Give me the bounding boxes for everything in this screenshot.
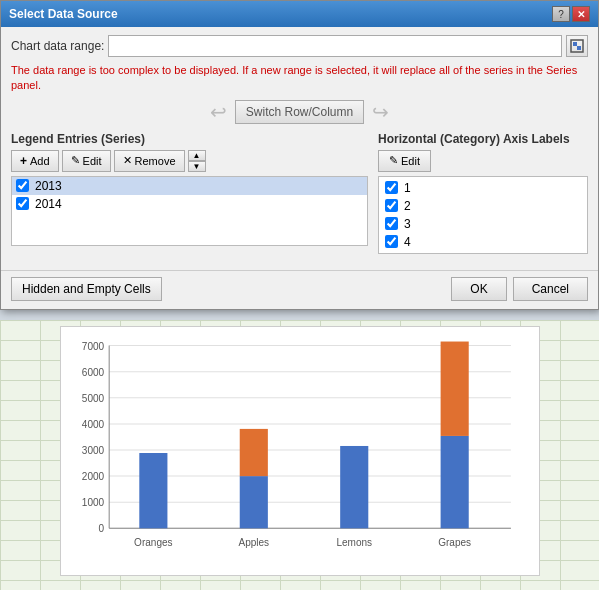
legend-entries-header: Legend Entries (Series) xyxy=(11,132,368,146)
axis-entry-1-checkbox[interactable] xyxy=(385,181,398,194)
legend-entries-list: 2013 2014 xyxy=(11,176,368,246)
axis-entry-3-label: 3 xyxy=(404,217,411,231)
legend-entry-2013-checkbox[interactable] xyxy=(16,179,29,192)
add-series-button[interactable]: + Add xyxy=(11,150,59,172)
axis-entry-3-checkbox[interactable] xyxy=(385,217,398,230)
series-reorder-buttons: ▲ ▼ xyxy=(188,150,206,172)
svg-text:Oranges: Oranges xyxy=(134,537,172,548)
edit-series-button[interactable]: ✎ Edit xyxy=(62,150,111,172)
chart-range-row: Chart data range: xyxy=(11,35,588,57)
help-button[interactable]: ? xyxy=(552,6,570,22)
svg-rect-18 xyxy=(139,453,167,528)
axis-edit-row: ✎ Edit xyxy=(378,150,588,172)
axis-labels-panel: Horizontal (Category) Axis Labels ✎ Edit… xyxy=(378,132,588,254)
bar-chart: 0 1000 2000 3000 4000 5000 6000 7000 Ora… xyxy=(69,335,531,567)
series-up-button[interactable]: ▲ xyxy=(188,150,206,161)
error-message: The data range is too complex to be disp… xyxy=(11,63,588,94)
svg-text:3000: 3000 xyxy=(82,445,105,456)
switch-row-column-button[interactable]: Switch Row/Column xyxy=(235,100,364,124)
dialog-content: Chart data range: The data range is too … xyxy=(1,27,598,266)
svg-text:5000: 5000 xyxy=(82,393,105,404)
svg-rect-23 xyxy=(441,342,469,436)
axis-entry-2[interactable]: 2 xyxy=(381,197,585,215)
axis-edit-label: Edit xyxy=(401,155,420,167)
footer-left: Hidden and Empty Cells xyxy=(11,277,162,301)
range-picker-icon xyxy=(570,39,584,53)
cancel-button[interactable]: Cancel xyxy=(513,277,588,301)
axis-pencil-icon: ✎ xyxy=(389,154,398,167)
titlebar-controls: ? ✕ xyxy=(552,6,590,22)
svg-text:0: 0 xyxy=(99,523,105,534)
svg-text:6000: 6000 xyxy=(82,367,105,378)
axis-entry-4-label: 4 xyxy=(404,235,411,249)
axis-entry-2-checkbox[interactable] xyxy=(385,199,398,212)
axis-entry-4[interactable]: 4 xyxy=(381,233,585,251)
svg-text:Lemons: Lemons xyxy=(336,537,372,548)
axis-entry-1-label: 1 xyxy=(404,181,411,195)
panels-wrapper: Legend Entries (Series) + Add ✎ Edit ✕ R… xyxy=(11,132,588,258)
svg-rect-30 xyxy=(577,46,581,50)
legend-buttons-row: + Add ✎ Edit ✕ Remove ▲ ▼ xyxy=(11,150,368,172)
series-down-button[interactable]: ▼ xyxy=(188,161,206,172)
legend-entry-2014-checkbox[interactable] xyxy=(16,197,29,210)
svg-text:7000: 7000 xyxy=(82,341,105,352)
pencil-icon: ✎ xyxy=(71,154,80,167)
svg-text:Apples: Apples xyxy=(238,537,269,548)
axis-entry-1[interactable]: 1 xyxy=(381,179,585,197)
remove-label: Remove xyxy=(135,155,176,167)
edit-label: Edit xyxy=(83,155,102,167)
svg-rect-20 xyxy=(240,429,268,476)
legend-entries-panel: Legend Entries (Series) + Add ✎ Edit ✕ R… xyxy=(11,132,368,254)
svg-rect-29 xyxy=(573,42,577,46)
legend-entry-2014-label: 2014 xyxy=(35,197,62,211)
ok-button[interactable]: OK xyxy=(451,277,506,301)
legend-entry-2014[interactable]: 2014 xyxy=(12,195,367,213)
svg-rect-21 xyxy=(340,446,368,528)
dialog-titlebar: Select Data Source ? ✕ xyxy=(1,1,598,27)
switch-btn-label: Switch Row/Column xyxy=(246,105,353,119)
axis-entry-3[interactable]: 3 xyxy=(381,215,585,233)
legend-entry-2013[interactable]: 2013 xyxy=(12,177,367,195)
close-button[interactable]: ✕ xyxy=(572,6,590,22)
dialog-title: Select Data Source xyxy=(9,7,118,21)
axis-entry-4-checkbox[interactable] xyxy=(385,235,398,248)
svg-rect-22 xyxy=(441,436,469,528)
svg-text:2000: 2000 xyxy=(82,471,105,482)
chart-range-label: Chart data range: xyxy=(11,39,104,53)
chart-range-input[interactable] xyxy=(108,35,562,57)
svg-text:1000: 1000 xyxy=(82,497,105,508)
axis-entry-2-label: 2 xyxy=(404,199,411,213)
arrow-left-icon: ↩ xyxy=(210,100,227,124)
chart-area: 0 1000 2000 3000 4000 5000 6000 7000 Ora… xyxy=(60,326,540,576)
svg-text:Grapes: Grapes xyxy=(438,537,471,548)
hidden-empty-cells-button[interactable]: Hidden and Empty Cells xyxy=(11,277,162,301)
svg-rect-19 xyxy=(240,476,268,528)
svg-text:4000: 4000 xyxy=(82,419,105,430)
select-data-source-dialog: Select Data Source ? ✕ Chart data range:… xyxy=(0,0,599,310)
add-label: Add xyxy=(30,155,50,167)
add-icon: + xyxy=(20,154,27,168)
axis-entries-list: 1 2 3 4 xyxy=(378,176,588,254)
legend-entry-2013-label: 2013 xyxy=(35,179,62,193)
dialog-footer: Hidden and Empty Cells OK Cancel xyxy=(1,270,598,309)
switch-row-area: ↩ Switch Row/Column ↪ xyxy=(11,100,588,124)
arrow-right-icon: ↪ xyxy=(372,100,389,124)
axis-labels-header: Horizontal (Category) Axis Labels xyxy=(378,132,588,146)
remove-icon: ✕ xyxy=(123,154,132,167)
remove-series-button[interactable]: ✕ Remove xyxy=(114,150,185,172)
footer-right: OK Cancel xyxy=(451,277,588,301)
edit-axis-button[interactable]: ✎ Edit xyxy=(378,150,431,172)
range-picker-button[interactable] xyxy=(566,35,588,57)
